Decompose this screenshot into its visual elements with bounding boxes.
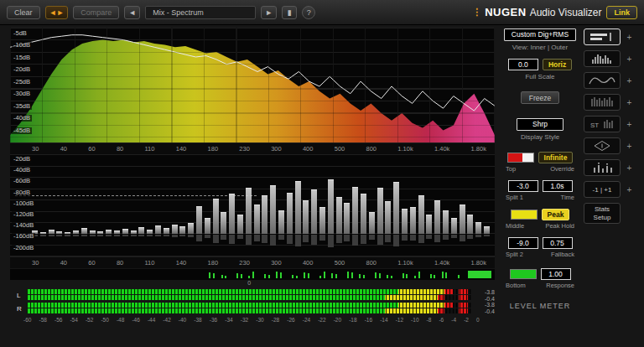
- histogram-bar-mirror: [402, 235, 408, 241]
- clear-button[interactable]: Clear: [7, 6, 40, 19]
- add-vectorscope-button[interactable]: +: [624, 141, 635, 152]
- peak-meter-view-button[interactable]: [584, 159, 621, 176]
- db-label: -15dB: [12, 54, 32, 61]
- scale-label: -30: [256, 317, 263, 323]
- display-style-dropdown[interactable]: Shrp: [517, 118, 564, 131]
- freq-label: 800: [366, 143, 377, 154]
- add-peak-meter-button[interactable]: +: [624, 163, 635, 174]
- top-color-swatch[interactable]: [507, 153, 534, 163]
- level-meter[interactable]: L R -3.8-0.4-3.8-0.4 -60-58-56-54-52-50-…: [10, 289, 495, 329]
- add-spectrogram-button[interactable]: +: [624, 97, 635, 108]
- offset-button[interactable]: -1 | +1: [584, 181, 621, 198]
- histogram-bar: [205, 218, 210, 234]
- histogram-bar-mirror: [295, 235, 301, 246]
- freq-label: 80: [117, 143, 123, 154]
- histogram-bar: [237, 215, 243, 234]
- histogram-bar: [475, 222, 481, 234]
- peak-button[interactable]: Peak: [542, 209, 570, 220]
- freeze-button[interactable]: Freeze: [521, 91, 559, 104]
- histogram-bar-mirror: [426, 235, 432, 239]
- level-meter-view-button[interactable]: [584, 28, 621, 45]
- add-offset-button[interactable]: +: [624, 184, 635, 195]
- fallback-input[interactable]: 0.75: [543, 237, 573, 249]
- histogram-bar-mirror: [336, 235, 342, 243]
- override-label: Override: [550, 165, 574, 173]
- horiz-button[interactable]: Horiz: [543, 59, 572, 70]
- db-label: -10dB: [12, 42, 32, 49]
- histogram-bar: [418, 195, 424, 234]
- histogram-bar: [426, 215, 432, 234]
- db-label: -5dB: [12, 30, 29, 37]
- infinite-button[interactable]: Infinite: [538, 152, 574, 163]
- spectrum-view-button[interactable]: [584, 72, 621, 89]
- scale-label: -26: [287, 317, 294, 323]
- stereo-meter-view-button[interactable]: ST: [584, 116, 621, 132]
- histogram-view-button[interactable]: [584, 50, 621, 67]
- histogram-bar-mirror: [328, 235, 334, 247]
- histogram-bar: [328, 179, 334, 234]
- histogram-display[interactable]: -20dB-40dB-60dB-80dB-100dB-120dB-140dB-1…: [10, 154, 495, 256]
- histogram-bar-mirror: [484, 235, 490, 236]
- add-histogram-button[interactable]: +: [624, 54, 635, 65]
- preset-dropdown[interactable]: Mix - Spectrum: [145, 6, 256, 19]
- histogram-bar: [402, 209, 408, 234]
- correlation-strip: [10, 269, 495, 280]
- peak-hold-meter-icon: [587, 162, 617, 174]
- spectrum-display[interactable]: -5dB-10dB-15dB-20dB-25dB-30dB-35dB-40dB-…: [10, 28, 495, 142]
- freq-label: 1.40k: [434, 257, 449, 268]
- tick-mark: [375, 272, 377, 278]
- histogram-bar: [213, 199, 219, 234]
- histogram-bar-mirror: [147, 235, 153, 236]
- add-level-meter-button[interactable]: +: [624, 32, 635, 43]
- histogram-bar: [361, 194, 366, 234]
- histogram-bar-mirror: [56, 235, 62, 236]
- middle-color-swatch[interactable]: [511, 210, 538, 220]
- db-label: -160dB: [12, 233, 35, 240]
- bottom-color-swatch[interactable]: [510, 269, 537, 279]
- histogram-bar: [287, 193, 293, 234]
- db-label: -30dB: [12, 91, 32, 97]
- scale-label: -4: [451, 317, 456, 323]
- prev-preset-button[interactable]: ◄: [124, 6, 140, 19]
- time-label: Time: [561, 194, 574, 201]
- view-toggle[interactable]: View: Inner | Outer: [512, 44, 568, 51]
- histogram-bar: [81, 228, 87, 234]
- freq-label: 500: [335, 257, 345, 268]
- db-label: -100dB: [12, 200, 35, 207]
- histogram-bar: [377, 188, 383, 234]
- scale-label: -60: [23, 317, 31, 323]
- add-spectrum-button[interactable]: +: [624, 75, 635, 86]
- swap-arrows-icon[interactable]: ◄►: [45, 6, 69, 19]
- freq-label: 30: [32, 143, 39, 154]
- tick-mark: [363, 275, 365, 278]
- histogram-bar: [352, 187, 358, 234]
- histogram-bar: [278, 210, 284, 234]
- stats-setup-button[interactable]: Stats Setup: [584, 203, 621, 224]
- histogram-bar-mirror: [361, 235, 366, 244]
- compare-button[interactable]: Compare: [73, 6, 119, 19]
- tick-mark: [296, 276, 298, 278]
- response-label: Response: [546, 282, 574, 289]
- meter-mode-dropdown[interactable]: Custom Dig+RMS: [504, 28, 576, 41]
- freq-label: 60: [88, 257, 95, 268]
- histogram-bar-mirror: [221, 235, 226, 240]
- channel-label-left: L: [17, 292, 20, 299]
- scale-label: -44: [148, 317, 155, 323]
- help-button[interactable]: ?: [302, 6, 315, 19]
- histogram-bar: [385, 201, 391, 234]
- histogram-bar: [97, 231, 103, 234]
- spectrogram-view-button[interactable]: [584, 94, 621, 111]
- response-input[interactable]: 1.00: [541, 268, 571, 280]
- vectorscope-view-button[interactable]: [584, 137, 621, 154]
- play-button[interactable]: ►: [261, 6, 277, 19]
- histogram-bar-mirror: [179, 235, 185, 236]
- histogram-bar-mirror: [254, 235, 260, 241]
- full-scale-input[interactable]: 0.0: [508, 59, 538, 70]
- add-stereo-meter-button[interactable]: +: [624, 119, 635, 130]
- freq-label: 1.10k: [397, 143, 413, 154]
- time-input[interactable]: 1.0s: [543, 180, 573, 192]
- split1-input[interactable]: -3.0: [508, 180, 538, 192]
- link-button[interactable]: Link: [606, 6, 637, 19]
- split2-input[interactable]: -9.0: [508, 237, 538, 249]
- pause-button[interactable]: ▮: [282, 6, 297, 19]
